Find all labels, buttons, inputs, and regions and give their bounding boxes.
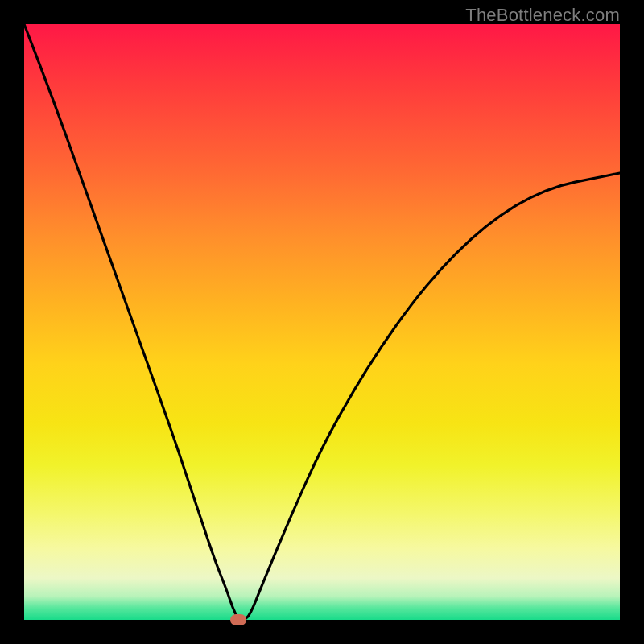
watermark-text: TheBottleneck.com bbox=[465, 5, 620, 26]
optimal-point-marker bbox=[230, 614, 246, 625]
chart-frame: TheBottleneck.com bbox=[0, 0, 644, 644]
plot-area bbox=[24, 24, 620, 620]
bottleneck-curve bbox=[24, 24, 620, 620]
